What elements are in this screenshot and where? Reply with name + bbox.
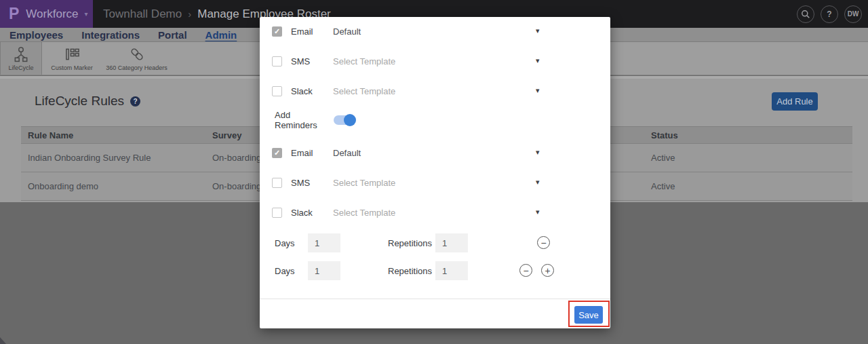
slack-checkbox[interactable]: [272, 86, 282, 96]
repetitions-label: Repetitions: [388, 266, 435, 276]
chevron-down-icon: ▾: [536, 148, 540, 157]
dropdown-placeholder: Select Template: [333, 56, 395, 66]
repetitions-input[interactable]: [435, 261, 468, 280]
chevron-down-icon: ▾: [85, 10, 88, 18]
chevron-down-icon: ▾: [536, 26, 540, 35]
email-template-dropdown[interactable]: Default ▾: [333, 25, 598, 37]
minus-icon: −: [540, 238, 546, 248]
plus-icon: +: [545, 266, 550, 275]
kanban-grid-icon: [63, 45, 81, 63]
reminder-sms-checkbox[interactable]: [272, 178, 282, 188]
reminder-channel-row-sms: SMS Select Template ▾: [272, 176, 598, 189]
status-badge: Active: [644, 172, 852, 201]
minus-icon: −: [523, 266, 528, 275]
tab-integrations[interactable]: Integrations: [81, 29, 140, 41]
dropdown-placeholder: Select Template: [333, 86, 395, 96]
channel-label: SMS: [291, 56, 333, 66]
header-actions: ? DW: [797, 5, 862, 23]
chain-links-icon: [128, 45, 146, 63]
search-button[interactable]: [797, 5, 814, 23]
channel-row-slack: Slack Select Template ▾: [272, 85, 598, 97]
channel-label: Email: [291, 26, 333, 37]
question-mark-icon: ?: [827, 9, 831, 19]
tab-admin[interactable]: Admin: [205, 29, 237, 41]
corner-artifact: [0, 337, 6, 344]
reminder-channel-row-slack: Slack Select Template ▾: [272, 206, 598, 218]
channel-label: SMS: [291, 178, 333, 188]
org-chart-icon: [12, 45, 30, 63]
modal-footer-divider: [260, 299, 610, 299]
repetitions-input[interactable]: [435, 233, 468, 252]
channel-label: Email: [291, 148, 333, 158]
toolbar-item-label: 360 Category Headers: [106, 64, 167, 71]
reminder-channel-row-email: ✓ Email Default ▾: [272, 147, 598, 159]
dropdown-value: Default: [333, 148, 361, 158]
check-icon: ✓: [274, 27, 280, 36]
tab-employees[interactable]: Employees: [9, 29, 63, 41]
reminder-slack-template-dropdown[interactable]: Select Template ▾: [333, 206, 598, 218]
check-icon: ✓: [274, 149, 280, 157]
toolbar-item-label: LifeCycle: [8, 64, 33, 71]
tab-portal[interactable]: Portal: [158, 29, 187, 41]
rule-name-cell: Onboarding demo: [21, 172, 205, 201]
reminder-settings-dialog: ✓ Email Default ▾ SMS Select Template ▾ …: [260, 17, 610, 328]
remove-reminder-button[interactable]: −: [519, 264, 532, 277]
app-name: Workforce: [26, 7, 78, 21]
dropdown-placeholder: Select Template: [333, 178, 395, 188]
help-button[interactable]: ?: [821, 5, 838, 23]
toolbar-item-label: Custom Marker: [51, 64, 93, 71]
app-window: P Workforce ▾ Townhall Demo › Manage Emp…: [0, 0, 868, 344]
channel-row-email: ✓ Email Default ▾: [272, 25, 598, 37]
toggle-knob: [344, 114, 356, 126]
workspace-switcher[interactable]: P Workforce ▾: [0, 0, 93, 28]
days-input[interactable]: [308, 261, 340, 280]
channel-label: Slack: [291, 86, 333, 96]
add-reminder-button[interactable]: +: [541, 264, 554, 277]
reminder-email-checkbox[interactable]: ✓: [272, 148, 282, 158]
breadcrumb-separator-icon: ›: [188, 8, 191, 20]
brand-logo-icon: P: [9, 6, 19, 22]
save-button[interactable]: Save: [574, 306, 603, 324]
reminder-schedule-row: Days Repetitions − +: [275, 261, 598, 280]
reminder-schedule-row: Days Repetitions −: [275, 233, 598, 252]
toolbar-item-custom-marker[interactable]: Custom Marker: [42, 42, 102, 75]
search-icon: [801, 9, 810, 19]
status-badge: Active: [644, 144, 852, 172]
avatar[interactable]: DW: [844, 5, 862, 23]
days-label: Days: [275, 238, 308, 248]
reminder-sms-template-dropdown[interactable]: Select Template ▾: [333, 176, 598, 189]
toolbar-item-lifecycle[interactable]: LifeCycle: [0, 42, 42, 75]
add-rule-button[interactable]: Add Rule: [772, 92, 818, 111]
page-title: LifeCycle Rules: [35, 94, 124, 109]
channel-label: Slack: [291, 208, 333, 218]
chevron-down-icon: ▾: [536, 208, 540, 216]
dropdown-value: Default: [333, 26, 361, 37]
slack-template-dropdown[interactable]: Select Template ▾: [333, 85, 598, 97]
sms-checkbox[interactable]: [272, 56, 282, 66]
title-help-icon[interactable]: ?: [130, 96, 140, 107]
email-checkbox[interactable]: ✓: [272, 26, 282, 37]
chevron-down-icon: ▾: [536, 178, 540, 187]
column-header-rule-name: Rule Name: [21, 127, 205, 144]
chevron-down-icon: ▾: [536, 56, 540, 65]
days-input[interactable]: [308, 233, 340, 252]
add-reminders-toggle[interactable]: [334, 115, 355, 125]
channel-row-sms: SMS Select Template ▾: [272, 55, 598, 67]
avatar-initials: DW: [848, 10, 859, 18]
toolbar-item-360-category-headers[interactable]: 360 Category Headers: [102, 42, 172, 75]
dropdown-placeholder: Select Template: [333, 208, 395, 218]
days-label: Days: [275, 266, 308, 276]
repetitions-label: Repetitions: [388, 238, 435, 248]
remove-reminder-button[interactable]: −: [537, 236, 550, 249]
sms-template-dropdown[interactable]: Select Template ▾: [333, 55, 598, 67]
add-reminders-label: Add Reminders: [275, 110, 334, 130]
reminder-email-template-dropdown[interactable]: Default ▾: [333, 147, 598, 159]
column-header-status: Status: [644, 127, 852, 144]
chevron-down-icon: ▾: [536, 86, 540, 95]
add-reminders-row: Add Reminders: [275, 114, 355, 126]
reminder-slack-checkbox[interactable]: [272, 208, 282, 218]
breadcrumb-parent[interactable]: Townhall Demo: [103, 7, 182, 21]
rule-name-cell: Indian Onboarding Survey Rule: [21, 144, 205, 172]
